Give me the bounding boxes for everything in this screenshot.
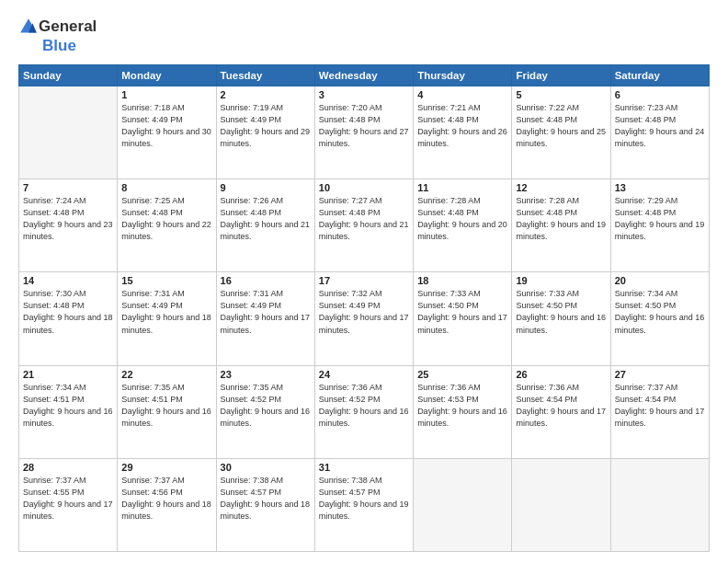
day-number: 22 [121,369,211,380]
day-info: Sunrise: 7:20 AMSunset: 4:48 PMDaylight:… [319,102,409,150]
day-number: 18 [417,275,507,286]
day-number: 29 [121,462,211,473]
calendar-cell: 7Sunrise: 7:24 AMSunset: 4:48 PMDaylight… [19,179,118,272]
day-info: Sunrise: 7:38 AMSunset: 4:57 PMDaylight:… [221,475,311,523]
day-number: 5 [516,89,606,100]
calendar-cell: 10Sunrise: 7:27 AMSunset: 4:48 PMDayligh… [314,179,413,272]
day-info: Sunrise: 7:37 AMSunset: 4:54 PMDaylight:… [615,382,705,430]
calendar-cell: 6Sunrise: 7:23 AMSunset: 4:48 PMDaylight… [610,86,709,179]
calendar-cell [414,458,512,551]
calendar-cell: 9Sunrise: 7:26 AMSunset: 4:48 PMDaylight… [216,179,314,272]
calendar-cell: 21Sunrise: 7:34 AMSunset: 4:51 PMDayligh… [19,365,118,458]
calendar-cell [19,86,118,179]
day-info: Sunrise: 7:23 AMSunset: 4:48 PMDaylight:… [615,102,705,150]
calendar-cell: 28Sunrise: 7:37 AMSunset: 4:55 PMDayligh… [19,458,118,551]
calendar-cell [610,458,709,551]
day-number: 26 [516,369,606,380]
calendar-cell: 20Sunrise: 7:34 AMSunset: 4:50 PMDayligh… [610,272,709,365]
day-info: Sunrise: 7:24 AMSunset: 4:48 PMDaylight:… [23,195,113,243]
weekday-header-tuesday: Tuesday [216,65,314,86]
calendar-cell: 26Sunrise: 7:36 AMSunset: 4:54 PMDayligh… [512,365,610,458]
calendar-cell: 11Sunrise: 7:28 AMSunset: 4:48 PMDayligh… [414,179,512,272]
day-number: 3 [319,89,409,100]
calendar-body: 1Sunrise: 7:18 AMSunset: 4:49 PMDaylight… [19,86,710,552]
calendar-cell: 15Sunrise: 7:31 AMSunset: 4:49 PMDayligh… [118,272,216,365]
calendar-week-4: 21Sunrise: 7:34 AMSunset: 4:51 PMDayligh… [19,365,710,458]
calendar-cell: 13Sunrise: 7:29 AMSunset: 4:48 PMDayligh… [610,179,709,272]
day-info: Sunrise: 7:37 AMSunset: 4:55 PMDaylight:… [23,475,113,523]
calendar-week-5: 28Sunrise: 7:37 AMSunset: 4:55 PMDayligh… [19,458,710,551]
calendar-cell: 1Sunrise: 7:18 AMSunset: 4:49 PMDaylight… [118,86,216,179]
calendar-cell: 5Sunrise: 7:22 AMSunset: 4:48 PMDaylight… [512,86,610,179]
calendar-cell: 14Sunrise: 7:30 AMSunset: 4:48 PMDayligh… [19,272,118,365]
day-info: Sunrise: 7:19 AMSunset: 4:49 PMDaylight:… [221,102,311,150]
day-number: 21 [23,369,113,380]
day-info: Sunrise: 7:35 AMSunset: 4:51 PMDaylight:… [121,382,211,430]
day-number: 11 [417,182,507,193]
header: General Blue [18,17,710,55]
day-info: Sunrise: 7:26 AMSunset: 4:48 PMDaylight:… [221,195,311,243]
day-info: Sunrise: 7:33 AMSunset: 4:50 PMDaylight:… [417,288,507,336]
calendar-cell: 3Sunrise: 7:20 AMSunset: 4:48 PMDaylight… [314,86,413,179]
calendar-cell: 25Sunrise: 7:36 AMSunset: 4:53 PMDayligh… [414,365,512,458]
calendar-cell: 17Sunrise: 7:32 AMSunset: 4:49 PMDayligh… [314,272,413,365]
day-info: Sunrise: 7:31 AMSunset: 4:49 PMDaylight:… [221,288,311,336]
day-info: Sunrise: 7:38 AMSunset: 4:57 PMDaylight:… [319,475,409,523]
logo: General Blue [18,17,97,55]
calendar-cell: 18Sunrise: 7:33 AMSunset: 4:50 PMDayligh… [414,272,512,365]
calendar-header-row: SundayMondayTuesdayWednesdayThursdayFrid… [19,65,710,86]
calendar-week-2: 7Sunrise: 7:24 AMSunset: 4:48 PMDaylight… [19,179,710,272]
logo-icon [18,17,39,37]
day-info: Sunrise: 7:21 AMSunset: 4:48 PMDaylight:… [417,102,507,150]
calendar-cell: 16Sunrise: 7:31 AMSunset: 4:49 PMDayligh… [216,272,314,365]
day-number: 6 [615,89,705,100]
day-number: 15 [121,275,211,286]
calendar-cell [512,458,610,551]
logo-general: General [39,17,97,35]
day-number: 16 [221,275,311,286]
day-info: Sunrise: 7:18 AMSunset: 4:49 PMDaylight:… [121,102,211,150]
weekday-header-friday: Friday [512,65,610,86]
day-number: 27 [615,369,705,380]
day-number: 25 [417,369,507,380]
calendar-cell: 30Sunrise: 7:38 AMSunset: 4:57 PMDayligh… [216,458,314,551]
day-number: 1 [121,89,211,100]
day-number: 12 [516,182,606,193]
calendar-cell: 12Sunrise: 7:28 AMSunset: 4:48 PMDayligh… [512,179,610,272]
logo-blue: Blue [42,37,76,54]
calendar-week-3: 14Sunrise: 7:30 AMSunset: 4:48 PMDayligh… [19,272,710,365]
day-number: 19 [516,275,606,286]
day-number: 13 [615,182,705,193]
day-number: 4 [417,89,507,100]
day-number: 20 [615,275,705,286]
day-number: 2 [221,89,311,100]
day-info: Sunrise: 7:35 AMSunset: 4:52 PMDaylight:… [221,382,311,430]
calendar-table: SundayMondayTuesdayWednesdayThursdayFrid… [18,64,710,552]
day-info: Sunrise: 7:37 AMSunset: 4:56 PMDaylight:… [121,475,211,523]
day-number: 31 [319,462,409,473]
day-info: Sunrise: 7:28 AMSunset: 4:48 PMDaylight:… [417,195,507,243]
day-info: Sunrise: 7:36 AMSunset: 4:54 PMDaylight:… [516,382,606,430]
day-number: 14 [23,275,113,286]
day-info: Sunrise: 7:29 AMSunset: 4:48 PMDaylight:… [615,195,705,243]
calendar-cell: 24Sunrise: 7:36 AMSunset: 4:52 PMDayligh… [314,365,413,458]
weekday-header-saturday: Saturday [610,65,709,86]
day-number: 10 [319,182,409,193]
day-number: 8 [121,182,211,193]
day-info: Sunrise: 7:27 AMSunset: 4:48 PMDaylight:… [319,195,409,243]
day-info: Sunrise: 7:30 AMSunset: 4:48 PMDaylight:… [23,288,113,336]
calendar-cell: 22Sunrise: 7:35 AMSunset: 4:51 PMDayligh… [118,365,216,458]
calendar-cell: 29Sunrise: 7:37 AMSunset: 4:56 PMDayligh… [118,458,216,551]
day-number: 23 [221,369,311,380]
calendar-week-1: 1Sunrise: 7:18 AMSunset: 4:49 PMDaylight… [19,86,710,179]
day-number: 9 [221,182,311,193]
day-info: Sunrise: 7:34 AMSunset: 4:51 PMDaylight:… [23,382,113,430]
day-number: 24 [319,369,409,380]
day-info: Sunrise: 7:36 AMSunset: 4:52 PMDaylight:… [319,382,409,430]
day-info: Sunrise: 7:32 AMSunset: 4:49 PMDaylight:… [319,288,409,336]
day-number: 17 [319,275,409,286]
day-number: 30 [221,462,311,473]
weekday-header-wednesday: Wednesday [314,65,413,86]
day-info: Sunrise: 7:34 AMSunset: 4:50 PMDaylight:… [615,288,705,336]
day-info: Sunrise: 7:22 AMSunset: 4:48 PMDaylight:… [516,102,606,150]
